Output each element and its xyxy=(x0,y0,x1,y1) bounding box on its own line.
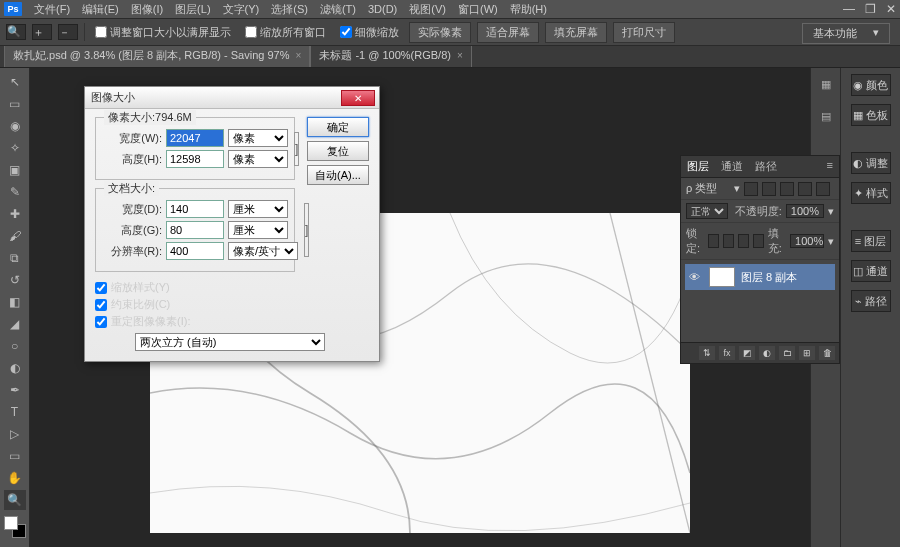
zoom-tool[interactable]: 🔍 xyxy=(4,490,26,510)
resample-checkbox[interactable]: 重定图像像素(I): xyxy=(95,314,369,329)
layer-thumbnail[interactable] xyxy=(709,267,735,287)
document-tab-1[interactable]: 敕扎妃.psd @ 3.84% (图层 8 副本, RGB/8) - Savin… xyxy=(4,43,310,67)
actual-pixels-button[interactable]: 实际像素 xyxy=(409,22,471,43)
filter-adj-icon[interactable] xyxy=(762,182,776,196)
opacity-value[interactable]: 100% xyxy=(786,204,824,218)
eyedropper-tool[interactable]: ✎ xyxy=(4,182,26,202)
healing-tool[interactable]: ✚ xyxy=(4,204,26,224)
window-maximize-icon[interactable]: ❐ xyxy=(865,2,876,16)
menu-window[interactable]: 窗口(W) xyxy=(452,2,504,17)
auto-button[interactable]: 自动(A)... xyxy=(307,165,369,185)
scrubby-zoom-checkbox[interactable]: 细微缩放 xyxy=(336,25,403,40)
color-swatches[interactable] xyxy=(4,516,26,538)
brush-tool[interactable]: 🖌 xyxy=(4,226,26,246)
blend-mode-dropdown[interactable]: 正常 xyxy=(686,203,728,219)
doc-width-unit[interactable]: 厘米 xyxy=(228,200,288,218)
crop-tool[interactable]: ▣ xyxy=(4,160,26,180)
resize-window-checkbox[interactable]: 调整窗口大小以满屏显示 xyxy=(91,25,235,40)
zoom-tool-icon[interactable]: 🔍 xyxy=(6,24,26,40)
eraser-tool[interactable]: ◧ xyxy=(4,292,26,312)
dodge-tool[interactable]: ◐ xyxy=(4,358,26,378)
stamp-tool[interactable]: ⧉ xyxy=(4,248,26,268)
blur-tool[interactable]: ○ xyxy=(4,336,26,356)
history-brush-tool[interactable]: ↺ xyxy=(4,270,26,290)
visibility-icon[interactable]: 👁 xyxy=(689,271,703,283)
ok-button[interactable]: 确定 xyxy=(307,117,369,137)
workspace-dropdown[interactable]: 基本功能▾ xyxy=(802,23,890,44)
lasso-tool[interactable]: ◉ xyxy=(4,116,26,136)
dialog-close-button[interactable]: ✕ xyxy=(341,90,375,106)
fx-icon[interactable]: fx xyxy=(719,346,735,360)
doc-height-input[interactable] xyxy=(166,221,224,239)
paths-tab[interactable]: 路径 xyxy=(749,156,783,177)
fill-value[interactable]: 100% xyxy=(790,234,824,248)
panel-icon-1[interactable]: ▦ xyxy=(816,74,836,94)
dock-layers[interactable]: ≡图层 xyxy=(851,230,891,252)
filter-type-icon[interactable] xyxy=(780,182,794,196)
dock-paths[interactable]: ⌁路径 xyxy=(851,290,891,312)
tab1-close-icon[interactable]: × xyxy=(295,50,301,61)
lock-pos-icon[interactable] xyxy=(738,234,749,248)
filter-smart-icon[interactable] xyxy=(816,182,830,196)
scale-styles-checkbox[interactable]: 缩放样式(Y) xyxy=(95,280,369,295)
pixel-height-unit[interactable]: 像素 xyxy=(228,150,288,168)
marquee-tool[interactable]: ▭ xyxy=(4,94,26,114)
pixel-width-unit[interactable]: 像素 xyxy=(228,129,288,147)
fill-screen-button[interactable]: 填充屏幕 xyxy=(545,22,607,43)
doc-height-unit[interactable]: 厘米 xyxy=(228,221,288,239)
filter-kind-dropdown[interactable]: ρ 类型 xyxy=(686,181,730,196)
print-size-button[interactable]: 打印尺寸 xyxy=(613,22,675,43)
link-layers-icon[interactable]: ⇅ xyxy=(699,346,715,360)
link-pixel-icon[interactable]: ] xyxy=(294,132,299,166)
resolution-input[interactable] xyxy=(166,242,224,260)
panel-icon-2[interactable]: ▤ xyxy=(816,106,836,126)
channels-tab[interactable]: 通道 xyxy=(715,156,749,177)
menu-image[interactable]: 图像(I) xyxy=(125,2,169,17)
menu-edit[interactable]: 编辑(E) xyxy=(76,2,125,17)
trash-icon[interactable]: 🗑 xyxy=(819,346,835,360)
path-tool[interactable]: ▷ xyxy=(4,424,26,444)
mask-icon[interactable]: ◩ xyxy=(739,346,755,360)
menu-layer[interactable]: 图层(L) xyxy=(169,2,216,17)
group-icon[interactable]: 🗀 xyxy=(779,346,795,360)
window-minimize-icon[interactable]: — xyxy=(843,2,855,16)
lock-trans-icon[interactable] xyxy=(708,234,719,248)
menu-select[interactable]: 选择(S) xyxy=(265,2,314,17)
gradient-tool[interactable]: ◢ xyxy=(4,314,26,334)
dock-color[interactable]: ◉颜色 xyxy=(851,74,891,96)
lock-paint-icon[interactable] xyxy=(723,234,734,248)
shape-tool[interactable]: ▭ xyxy=(4,446,26,466)
menu-3d[interactable]: 3D(D) xyxy=(362,3,403,15)
menu-filter[interactable]: 滤镜(T) xyxy=(314,2,362,17)
fit-screen-button[interactable]: 适合屏幕 xyxy=(477,22,539,43)
menu-help[interactable]: 帮助(H) xyxy=(504,2,553,17)
interpolation-dropdown[interactable]: 两次立方 (自动) xyxy=(135,333,325,351)
hand-tool[interactable]: ✋ xyxy=(4,468,26,488)
doc-width-input[interactable] xyxy=(166,200,224,218)
panel-menu-icon[interactable]: ≡ xyxy=(821,156,839,177)
menu-type[interactable]: 文字(Y) xyxy=(217,2,266,17)
window-close-icon[interactable]: ✕ xyxy=(886,2,896,16)
zoom-in-icon[interactable]: ＋ xyxy=(32,24,52,40)
layer-row[interactable]: 👁 图层 8 副本 xyxy=(685,264,835,290)
layers-tab[interactable]: 图层 xyxy=(681,156,715,177)
lock-all-icon[interactable] xyxy=(753,234,764,248)
pixel-width-input[interactable] xyxy=(166,129,224,147)
filter-shape-icon[interactable] xyxy=(798,182,812,196)
filter-pixel-icon[interactable] xyxy=(744,182,758,196)
menu-view[interactable]: 视图(V) xyxy=(403,2,452,17)
new-layer-icon[interactable]: ⊞ xyxy=(799,346,815,360)
dock-channels[interactable]: ◫通道 xyxy=(851,260,891,282)
constrain-checkbox[interactable]: 约束比例(C) xyxy=(95,297,369,312)
dock-adjustments[interactable]: ◐调整 xyxy=(851,152,891,174)
zoom-out-icon[interactable]: － xyxy=(58,24,78,40)
dock-swatches[interactable]: ▦色板 xyxy=(851,104,891,126)
pen-tool[interactable]: ✒ xyxy=(4,380,26,400)
menu-file[interactable]: 文件(F) xyxy=(28,2,76,17)
reset-button[interactable]: 复位 xyxy=(307,141,369,161)
link-doc-icon[interactable]: ] xyxy=(304,203,309,257)
pixel-height-input[interactable] xyxy=(166,150,224,168)
zoom-all-checkbox[interactable]: 缩放所有窗口 xyxy=(241,25,330,40)
adj-icon[interactable]: ◐ xyxy=(759,346,775,360)
type-tool[interactable]: T xyxy=(4,402,26,422)
